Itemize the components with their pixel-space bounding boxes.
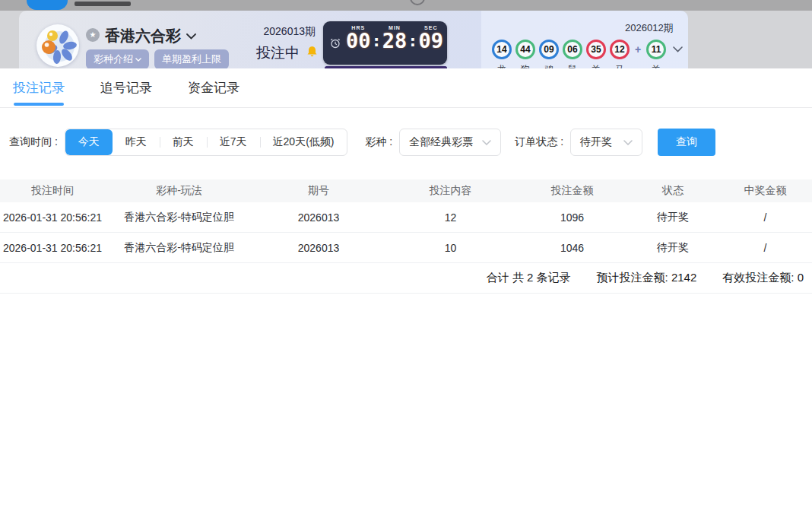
zodiac-label: 鸡 (539, 63, 559, 68)
table-summary: 合计 共 2 条记录 预计投注金额: 2142 有效投注金额: 0 (0, 263, 812, 294)
betting-status: 投注中 (256, 43, 300, 63)
tab-bet-records[interactable]: 投注记录 (13, 68, 65, 107)
plus-sign: + (633, 43, 642, 56)
header-win-amount: 中奖金额 (718, 184, 812, 198)
last-draw-period: 2026012期 (625, 21, 674, 35)
cell-lottery-play: 香港六合彩-特码定位胆 (105, 211, 253, 224)
summary-expected-amount: 预计投注金额: 2142 (597, 271, 697, 285)
draw-ball: 44 (515, 40, 535, 59)
top-bar (0, 0, 812, 11)
lottery-intro-label: 彩种介绍 (94, 52, 133, 66)
order-status-label: 订单状态 : (515, 135, 563, 149)
filter-bar: 查询时间 : 今天 昨天 前天 近7天 近20天(低频) 彩种 : 全部经典彩票… (0, 108, 812, 156)
cell-status: 待开奖 (627, 241, 718, 255)
draw-ball: 09 (539, 40, 559, 59)
zodiac-label: 鼠 (563, 63, 582, 68)
query-time-label: 查询时间 : (9, 135, 58, 149)
bell-icon[interactable] (306, 46, 318, 61)
search-button[interactable]: 查询 (658, 129, 715, 156)
time-range-group: 今天 昨天 前天 近7天 近20天(低频) (65, 129, 348, 156)
hours-value: 00 (346, 30, 371, 52)
header-period: 期号 (253, 184, 384, 198)
brand-wordmark (75, 2, 131, 6)
lottery-select-value: 全部经典彩票 (409, 135, 473, 149)
betting-status-row: 投注中 (213, 43, 318, 63)
chevron-down-icon (186, 33, 196, 40)
record-tabs: 投注记录 追号记录 资金记录 (0, 68, 812, 108)
cell-period: 2026013 (253, 211, 384, 224)
time-option-today[interactable]: 今天 (65, 129, 113, 155)
top-partial-icon (410, 0, 425, 5)
countdown-timer: HRS 00 : MIN 28 : SEC 09 (323, 21, 447, 65)
period-progress-bar (325, 66, 447, 68)
summary-valid-amount: 有效投注金额: 0 (722, 271, 804, 285)
zodiac-label: 马 (610, 63, 630, 68)
brand-logo (27, 0, 68, 10)
zodiac-label: 羊 (586, 63, 606, 68)
table-row: 2026-01-31 20:56:21 香港六合彩-特码定位胆 2026013 … (0, 233, 812, 263)
header-lottery-play: 彩种-玩法 (105, 184, 253, 198)
time-option-yesterday[interactable]: 昨天 (113, 129, 160, 155)
header-bet-time: 投注时间 (0, 184, 105, 198)
time-option-7days[interactable]: 近7天 (207, 129, 260, 155)
order-status-select[interactable]: 待开奖 (570, 129, 642, 156)
colon: : (371, 31, 382, 52)
lottery-banner-card: ★ 香港六合彩 彩种介绍 单期盈利上限 2026013期 投注中 (19, 11, 688, 68)
zodiac-label: 狗 (515, 63, 535, 68)
colon: : (407, 31, 418, 52)
cell-bet-content: 12 (384, 211, 517, 224)
draw-ball: 12 (610, 40, 630, 59)
cell-lottery-play: 香港六合彩-特码定位胆 (105, 241, 253, 255)
cell-bet-content: 10 (384, 242, 517, 254)
table-row: 2026-01-31 20:56:21 香港六合彩-特码定位胆 2026013 … (0, 202, 812, 233)
lottery-filter-label: 彩种 : (365, 135, 392, 149)
cell-win-amount: / (718, 211, 812, 224)
time-option-20days[interactable]: 近20天(低频) (260, 129, 347, 155)
last-draw-balls: 14 44 09 06 35 12 + 11 (492, 40, 683, 59)
expand-draws-chevron-icon[interactable] (673, 46, 683, 52)
lottery-title[interactable]: 香港六合彩 (105, 26, 196, 46)
records-panel: 投注记录 追号记录 资金记录 查询时间 : 今天 昨天 前天 近7天 近20天(… (0, 68, 812, 294)
cell-bet-amount: 1096 (517, 211, 627, 224)
tab-chase-records[interactable]: 追号记录 (100, 68, 152, 107)
minutes-value: 28 (382, 30, 408, 52)
lottery-logo (36, 24, 79, 67)
lottery-banner: ★ 香港六合彩 彩种介绍 单期盈利上限 2026013期 投注中 (0, 11, 812, 68)
banner-actions: 彩种介绍 单期盈利上限 (86, 49, 229, 68)
tab-fund-records[interactable]: 资金记录 (188, 68, 239, 107)
cell-bet-amount: 1046 (517, 242, 627, 254)
alarm-clock-icon (330, 38, 341, 52)
bet-records-table: 投注时间 彩种-玩法 期号 投注内容 投注金额 状态 中奖金额 2026-01-… (0, 179, 812, 294)
draw-ball: 06 (563, 40, 582, 59)
current-period: 2026013期 (209, 25, 316, 39)
zodiac-row: 龙 狗 鸡 鼠 羊 马 羊 (492, 63, 666, 68)
lottery-select[interactable]: 全部经典彩票 (399, 129, 501, 156)
cell-status: 待开奖 (627, 211, 718, 224)
lottery-intro-button[interactable]: 彩种介绍 (86, 49, 149, 68)
cell-win-amount: / (718, 242, 812, 254)
seconds-value: 09 (419, 30, 444, 52)
draw-ball-special: 11 (646, 40, 666, 59)
order-status-value: 待开奖 (580, 135, 612, 149)
header-bet-content: 投注内容 (384, 184, 517, 198)
header-bet-amount: 投注金额 (517, 184, 627, 198)
cell-bet-time: 2026-01-31 20:56:21 (0, 211, 105, 224)
zodiac-label: 羊 (646, 63, 666, 68)
cell-bet-time: 2026-01-31 20:56:21 (0, 242, 105, 254)
countdown-digits: HRS 00 : MIN 28 : SEC 09 (346, 25, 443, 52)
time-option-day-before[interactable]: 前天 (160, 129, 207, 155)
lottery-title-label: 香港六合彩 (105, 26, 181, 46)
header-status: 状态 (627, 184, 718, 198)
table-header: 投注时间 彩种-玩法 期号 投注内容 投注金额 状态 中奖金额 (0, 179, 812, 202)
zodiac-label: 龙 (492, 63, 512, 68)
summary-record-count: 合计 共 2 条记录 (487, 271, 571, 285)
draw-ball: 35 (586, 40, 606, 59)
cell-period: 2026013 (253, 242, 384, 254)
draw-ball: 14 (492, 40, 512, 59)
favorite-star-icon[interactable]: ★ (86, 28, 100, 42)
